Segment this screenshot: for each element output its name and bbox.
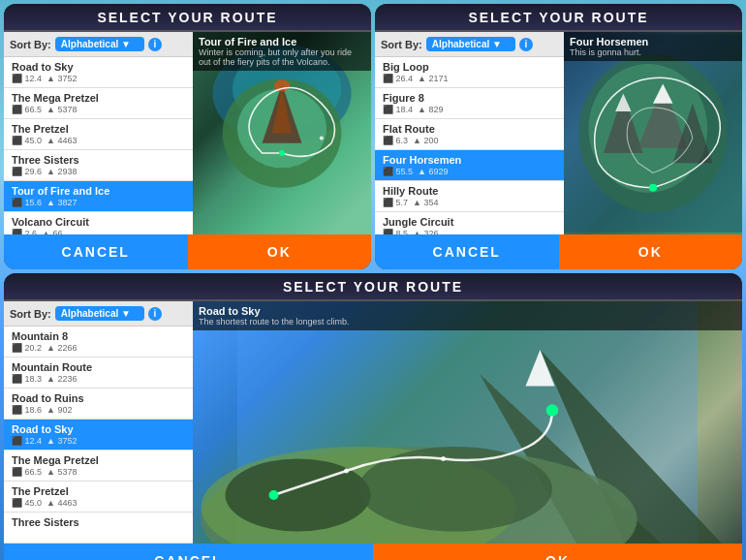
horsemen-map-svg	[564, 32, 742, 234]
panel-horsemen: SELECT YOUR ROUTE Sort By: Alphabetical …	[375, 4, 742, 269]
list-item[interactable]: Figure 8 ⬛ 18.4 ▲ 829	[375, 88, 564, 119]
panel-volcano: SELECT YOUR ROUTE Sort By: Alphabetical …	[4, 4, 371, 269]
svg-point-28	[344, 469, 349, 474]
route-list-volcano: Road to Sky ⬛ 12.4 ▲ 3752 The Mega Pretz…	[4, 57, 193, 234]
list-item[interactable]: The Pretzel ⬛ 45.0 ▲ 4463	[4, 119, 193, 150]
ok-button-volcano[interactable]: OK	[188, 234, 372, 269]
cancel-button-volcano[interactable]: CANCEL	[4, 234, 188, 269]
list-item[interactable]: The Pretzel ⬛ 45.0 ▲ 4463	[4, 482, 193, 513]
list-item[interactable]: Big Loop ⬛ 26.4 ▲ 2171	[375, 57, 564, 88]
list-item[interactable]: Three Sisters	[4, 513, 193, 544]
sort-info-volcano[interactable]: i	[148, 38, 162, 51]
panel-horsemen-buttons: CANCEL OK	[375, 234, 742, 269]
route-list-area-sky: Sort By: Alphabetical ▼ i Mountain 8 ⬛ 2…	[4, 301, 193, 544]
panel-volcano-content: Sort By: Alphabetical ▼ i Road to Sky ⬛ …	[4, 32, 371, 234]
ok-button-horsemen[interactable]: OK	[559, 234, 743, 269]
svg-point-7	[279, 150, 285, 156]
list-item[interactable]: Mountain Route ⬛ 18.3 ▲ 2236	[4, 358, 193, 389]
sort-info-sky[interactable]: i	[148, 307, 162, 321]
top-panels-row: SELECT YOUR ROUTE Sort By: Alphabetical …	[0, 0, 746, 271]
route-list-sky: Mountain 8 ⬛ 20.2 ▲ 2266 Mountain Route …	[4, 327, 193, 544]
map-volcano: Tour of Fire and Ice Winter is coming, b…	[193, 32, 371, 234]
sort-by-label-horsemen: Sort By:	[381, 39, 422, 50]
svg-point-27	[546, 404, 559, 417]
panel-sky-buttons: CANCEL OK	[4, 544, 742, 560]
panel-sky: SELECT YOUR ROUTE Sort By: Alphabetical …	[4, 273, 742, 560]
svg-point-8	[320, 137, 324, 140]
list-item[interactable]: Mountain 8 ⬛ 20.2 ▲ 2266	[4, 327, 193, 358]
panel-horsemen-title: SELECT YOUR ROUTE	[375, 4, 742, 32]
sort-dropdown-sky[interactable]: Alphabetical ▼	[55, 306, 144, 321]
sky-map-svg	[193, 301, 742, 544]
sort-dropdown-horsemen[interactable]: Alphabetical ▼	[426, 37, 515, 51]
route-desc-volcano: Tour of Fire and Ice Winter is coming, b…	[193, 32, 371, 71]
svg-point-29	[441, 456, 446, 461]
sort-bar-sky: Sort By: Alphabetical ▼ i	[4, 301, 193, 327]
ok-button-sky[interactable]: OK	[373, 544, 742, 560]
sort-by-label-sky: Sort By:	[10, 308, 51, 320]
svg-point-17	[649, 184, 657, 192]
list-item[interactable]: Volcano Circuit ⬛ 2.6 ▲ 66	[4, 212, 193, 234]
route-list-horsemen: Big Loop ⬛ 26.4 ▲ 2171 Figure 8 ⬛ 18.4 ▲…	[375, 57, 564, 234]
cancel-button-horsemen[interactable]: CANCEL	[375, 234, 559, 269]
list-item[interactable]: Road to Sky ⬛ 12.4 ▲ 3752	[4, 57, 193, 88]
route-desc-sky: Road to Sky The shortest route to the lo…	[193, 301, 742, 330]
sort-bar-volcano: Sort By: Alphabetical ▼ i	[4, 32, 193, 57]
panel-volcano-title: SELECT YOUR ROUTE	[4, 4, 371, 32]
list-item[interactable]: Hilly Route ⬛ 5.7 ▲ 354	[375, 181, 564, 212]
sort-bar-horsemen: Sort By: Alphabetical ▼ i	[375, 32, 564, 57]
map-sky: Road to Sky The shortest route to the lo…	[193, 301, 742, 544]
sort-info-horsemen[interactable]: i	[519, 38, 533, 51]
svg-point-26	[269, 490, 279, 500]
list-item-selected[interactable]: Tour of Fire and Ice ⬛ 15.6 ▲ 3827	[4, 181, 193, 212]
panel-horsemen-content: Sort By: Alphabetical ▼ i Big Loop ⬛ 26.…	[375, 32, 742, 234]
list-item[interactable]: Three Sisters ⬛ 29.6 ▲ 2938	[4, 150, 193, 181]
list-item[interactable]: The Mega Pretzel ⬛ 66.5 ▲ 5378	[4, 451, 193, 482]
list-item-selected[interactable]: Four Horsemen ⬛ 55.5 ▲ 6929	[375, 150, 564, 181]
list-item-selected[interactable]: Road to Sky ⬛ 12.4 ▲ 3752	[4, 420, 193, 451]
sort-by-label-volcano: Sort By:	[10, 39, 51, 50]
list-item[interactable]: The Mega Pretzel ⬛ 66.5 ▲ 5378	[4, 88, 193, 119]
route-desc-horsemen: Four Horsemen This is gonna hurt.	[564, 32, 742, 61]
panel-sky-title: SELECT YOUR ROUTE	[4, 273, 742, 301]
bottom-panels-row: SELECT YOUR ROUTE Sort By: Alphabetical …	[0, 271, 746, 560]
route-list-area-volcano: Sort By: Alphabetical ▼ i Road to Sky ⬛ …	[4, 32, 193, 234]
list-item[interactable]: Flat Route ⬛ 6.3 ▲ 200	[375, 119, 564, 150]
list-item[interactable]: Road to Ruins ⬛ 18.6 ▲ 902	[4, 389, 193, 420]
map-horsemen: Four Horsemen This is gonna hurt.	[564, 32, 742, 234]
panel-volcano-buttons: CANCEL OK	[4, 234, 371, 269]
sort-dropdown-volcano[interactable]: Alphabetical ▼	[55, 37, 144, 51]
route-list-area-horsemen: Sort By: Alphabetical ▼ i Big Loop ⬛ 26.…	[375, 32, 564, 234]
cancel-button-sky[interactable]: CANCEL	[4, 544, 373, 560]
list-item[interactable]: Jungle Circuit ⬛ 8.5 ▲ 326	[375, 212, 564, 234]
panel-sky-content: Sort By: Alphabetical ▼ i Mountain 8 ⬛ 2…	[4, 301, 742, 544]
